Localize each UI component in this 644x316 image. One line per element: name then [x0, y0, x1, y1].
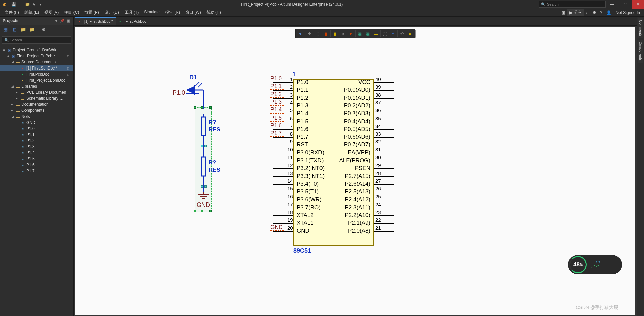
menu-item[interactable]: 文件 (F) — [2, 9, 22, 16]
align-left-icon[interactable]: ▮ — [322, 30, 329, 37]
tree-node[interactable]: ≈P1.1 — [0, 132, 73, 138]
tree-node[interactable]: ≈P1.6 — [0, 162, 73, 168]
menu-item[interactable]: 帮助 (H) — [204, 9, 224, 16]
notify-icon[interactable]: ▣ — [560, 9, 567, 16]
tool-folder2-icon[interactable]: 📁 — [29, 27, 35, 33]
menu-item[interactable]: Simulate — [141, 9, 162, 16]
document-tab[interactable]: ▪First.PcbDoc — [116, 17, 150, 25]
document-tab[interactable]: ▪[1] First.SchDoc * — [75, 17, 116, 25]
filter-icon[interactable]: ▼ — [297, 30, 304, 37]
sign-in-status[interactable]: Not Signed In — [613, 9, 642, 16]
net-label: P1.0 — [172, 89, 185, 96]
bar2-icon[interactable]: ▬ — [372, 30, 380, 37]
text-icon[interactable]: A — [389, 30, 397, 37]
menu-item[interactable]: 视图 (V) — [42, 9, 61, 16]
grid1-icon[interactable]: ▦ — [356, 30, 363, 37]
grid2-icon[interactable]: ▦ — [364, 30, 371, 37]
tree-node[interactable]: ▪First.PcbDoc□ — [0, 71, 73, 77]
right-panel-strip: Comments Components — [637, 17, 644, 316]
svg-rect-10 — [201, 157, 205, 176]
tree-node[interactable]: ≈P1.3 — [0, 144, 73, 150]
close-button[interactable]: ✕ — [632, 0, 644, 9]
menu-item[interactable]: 项目 (C) — [61, 9, 82, 16]
tool-settings-icon[interactable]: ⚙ — [41, 27, 47, 33]
tree-node[interactable]: ◢▬Source Documents — [0, 59, 73, 65]
gear-icon[interactable]: ⚙ — [591, 9, 598, 16]
tree-node[interactable]: ▪[1] First.SchDoc *□ — [0, 65, 73, 71]
tree-node[interactable]: ▣▣Project Group 1.DsnWrk — [0, 47, 73, 53]
down-icon[interactable]: ▼ — [347, 30, 354, 37]
qat-folder-icon[interactable]: 📁 — [24, 1, 30, 7]
undo-icon[interactable]: ↶ — [398, 30, 406, 37]
qat-save-icon[interactable]: 💾 — [11, 1, 17, 7]
tree-node[interactable]: ≈GND — [0, 120, 73, 126]
menu-item[interactable]: 放置 (P) — [82, 9, 101, 16]
tree-node[interactable]: ▪First_Project.BomDoc — [0, 77, 73, 83]
svg-marker-0 — [186, 86, 195, 94]
panel-close-icon[interactable]: ▣ — [66, 18, 71, 23]
menu-item[interactable]: 窗口 (W) — [183, 9, 204, 16]
tree-node[interactable]: ▸▬Components — [0, 107, 73, 114]
qat-more-icon[interactable]: ▾ — [38, 1, 44, 7]
search-icon: 🔍 — [541, 2, 546, 7]
panel-pin-icon[interactable]: 📌 — [60, 18, 65, 23]
minimize-button[interactable]: — — [606, 0, 618, 9]
title-bar: ◐ 💾 ▭ 📁 🖨 ▾ First_Project.PrjPcb - Altiu… — [0, 0, 644, 9]
bar1-icon[interactable]: ▮ — [331, 30, 338, 37]
qat-print-icon[interactable]: 🖨 — [31, 1, 37, 7]
global-search[interactable]: 🔍 Search — [539, 1, 606, 8]
help-icon[interactable]: ? — [598, 9, 605, 16]
menu-item[interactable]: 报告 (R) — [162, 9, 183, 16]
tool-new-icon[interactable]: ▦ — [3, 27, 9, 33]
tab-comments[interactable]: Comments — [638, 18, 643, 38]
schematic-canvas[interactable]: ▼ ✚ ⬚ ▮ ▮ ≈ ▼ ▦ ▦ ▬ ◯ A ↶ ● P1. — [75, 27, 635, 315]
search-icon: 🔍 — [4, 38, 9, 42]
tree-node[interactable]: ≈P1.2 — [0, 138, 73, 144]
wave-icon[interactable]: ≈ — [339, 30, 346, 37]
qat-open-icon[interactable]: ▭ — [17, 1, 23, 7]
tree-node[interactable]: ▸▬Documentation — [0, 101, 73, 107]
tree-node[interactable]: ◢▬Nets — [0, 114, 73, 120]
tree-node[interactable]: ≈P1.5 — [0, 156, 73, 162]
tree-node[interactable]: ≈P1.4 — [0, 150, 73, 156]
document-tabs: ▪[1] First.SchDoc *▪First.PcbDoc — [74, 17, 637, 26]
tree-node[interactable]: ▸▬PCB Library Documen — [0, 89, 73, 95]
select-icon[interactable]: ⬚ — [314, 30, 321, 37]
tool-folder1-icon[interactable]: 📁 — [20, 27, 26, 33]
tab-components[interactable]: Components — [638, 40, 643, 63]
projects-panel: Projects ▾ 📌 ▣ ▦ ◧ 📁 📁 ⚙ 🔍 Search ▣▣Proj… — [0, 17, 74, 316]
panel-search[interactable]: 🔍 Search — [2, 36, 71, 44]
performance-widget: 48% ↑ 0K/s ↓ 0K/s — [568, 255, 622, 274]
app-icon: ◐ — [1, 1, 8, 8]
project-tree: ▣▣Project Group 1.DsnWrk◢▣First_Project.… — [0, 46, 73, 316]
circle-icon[interactable]: ◯ — [381, 30, 389, 37]
quick-access-toolbar: 💾 ▭ 📁 🖨 ▾ — [9, 1, 45, 7]
perf-percent: 48% — [569, 256, 587, 273]
menu-item[interactable]: 设计 (D) — [102, 9, 122, 16]
tree-node[interactable]: ◢▣First_Project.PrjPcb *□ — [0, 53, 73, 59]
svg-rect-7 — [201, 117, 205, 136]
user-icon[interactable]: 👤 — [604, 9, 613, 16]
tree-node[interactable]: ◢▬Libraries — [0, 83, 73, 89]
watermark: CSDN @手打猪大屁 — [576, 305, 618, 311]
tree-node[interactable]: ≈P1.0 — [0, 126, 73, 132]
cross-icon[interactable]: ✚ — [306, 30, 313, 37]
maximize-button[interactable]: ▢ — [619, 0, 631, 9]
panel-menu-icon[interactable]: ▾ — [54, 18, 59, 23]
dot-icon[interactable]: ● — [406, 30, 414, 37]
tree-node[interactable]: ≈P1.7 — [0, 168, 73, 174]
panel-title: Projects — [3, 18, 18, 23]
menu-item[interactable]: 编辑 (E) — [22, 9, 42, 16]
tool-add-icon[interactable]: ◧ — [11, 27, 17, 33]
window-title: First_Project.PrjPcb - Altium Designer E… — [45, 2, 539, 7]
tree-node[interactable]: ▸▬Schematic Library Doc — [0, 95, 73, 101]
home-icon[interactable]: ⌂ — [584, 9, 590, 16]
menu-bar: 文件 (F)编辑 (E)视图 (V)项目 (C)放置 (P)设计 (D)工具 (… — [0, 9, 644, 17]
menu-item[interactable]: 工具 (T) — [122, 9, 142, 16]
floating-toolbar: ▼ ✚ ⬚ ▮ ▮ ≈ ▼ ▦ ▦ ▬ ◯ A ↶ ● — [295, 29, 415, 38]
share-button[interactable]: ▶ 分享 — [567, 9, 584, 16]
